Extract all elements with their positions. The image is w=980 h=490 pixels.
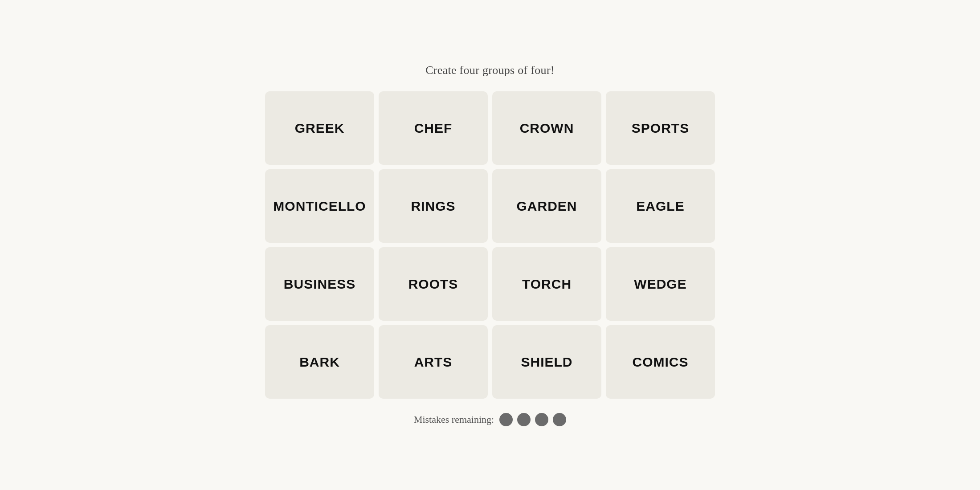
subtitle: Create four groups of four! — [425, 64, 555, 77]
tile-grid: GREEKCHEFCROWNSPORTSMONTICELLORINGSGARDE… — [265, 91, 715, 399]
mistakes-row: Mistakes remaining: — [414, 413, 566, 426]
mistake-dot-3 — [535, 413, 548, 426]
tile-greek[interactable]: GREEK — [265, 91, 374, 165]
tile-arts[interactable]: ARTS — [379, 325, 488, 399]
mistake-dot-2 — [517, 413, 531, 426]
tile-label-bark: BARK — [299, 355, 340, 370]
tile-bark[interactable]: BARK — [265, 325, 374, 399]
tile-garden[interactable]: GARDEN — [492, 169, 601, 243]
tile-chef[interactable]: CHEF — [379, 91, 488, 165]
tile-label-eagle: EAGLE — [636, 199, 684, 214]
tile-sports[interactable]: SPORTS — [606, 91, 715, 165]
tile-label-roots: ROOTS — [408, 277, 458, 292]
tile-label-wedge: WEDGE — [634, 277, 686, 292]
tile-wedge[interactable]: WEDGE — [606, 247, 715, 321]
mistake-dot-1 — [499, 413, 513, 426]
tile-business[interactable]: BUSINESS — [265, 247, 374, 321]
tile-roots[interactable]: ROOTS — [379, 247, 488, 321]
tile-monticello[interactable]: MONTICELLO — [265, 169, 374, 243]
tile-crown[interactable]: CROWN — [492, 91, 601, 165]
tile-shield[interactable]: SHIELD — [492, 325, 601, 399]
tile-label-arts: ARTS — [414, 355, 453, 370]
tile-label-monticello: MONTICELLO — [273, 199, 366, 214]
mistakes-label: Mistakes remaining: — [414, 414, 494, 425]
game-container: Create four groups of four! GREEKCHEFCRO… — [245, 64, 735, 426]
tile-torch[interactable]: TORCH — [492, 247, 601, 321]
tile-comics[interactable]: COMICS — [606, 325, 715, 399]
tile-eagle[interactable]: EAGLE — [606, 169, 715, 243]
tile-label-comics: COMICS — [633, 355, 689, 370]
tile-label-business: BUSINESS — [284, 277, 355, 292]
tile-label-crown: CROWN — [520, 121, 574, 136]
tile-label-garden: GARDEN — [516, 199, 577, 214]
tile-label-shield: SHIELD — [521, 355, 572, 370]
mistake-dot-4 — [553, 413, 566, 426]
tile-label-torch: TORCH — [522, 277, 572, 292]
tile-label-sports: SPORTS — [632, 121, 689, 136]
mistakes-dots — [499, 413, 566, 426]
tile-rings[interactable]: RINGS — [379, 169, 488, 243]
tile-label-chef: CHEF — [414, 121, 453, 136]
tile-label-rings: RINGS — [411, 199, 455, 214]
tile-label-greek: GREEK — [295, 121, 345, 136]
